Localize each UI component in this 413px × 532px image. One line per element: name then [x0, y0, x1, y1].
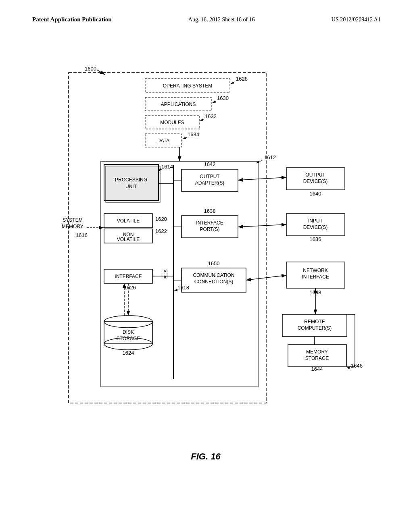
- ref-1614: 1614: [161, 164, 173, 170]
- svg-line-40: [238, 224, 286, 227]
- interface-ports-label2: PORT(S): [200, 227, 219, 232]
- ref-1612: 1612: [264, 154, 276, 160]
- disk-storage-label: DISK: [123, 329, 134, 335]
- remote-computer-label: REMOTE: [304, 319, 325, 324]
- modules-label: MODULES: [160, 120, 184, 125]
- memory-storage-label2: STORAGE: [305, 355, 329, 361]
- output-adapter-label2: ADAPTER(S): [195, 180, 225, 186]
- interface-label: INTERFACE: [115, 274, 142, 279]
- ref-1624: 1624: [123, 350, 134, 356]
- ref-1642: 1642: [204, 161, 216, 167]
- svg-line-11: [200, 119, 204, 121]
- data-label: DATA: [157, 138, 169, 143]
- communication-label: COMMUNICATION: [193, 272, 234, 278]
- ref-1622: 1622: [155, 228, 167, 234]
- ref-1638: 1638: [204, 208, 216, 214]
- processing-unit-label: PROCESSING: [115, 177, 147, 183]
- svg-line-9: [213, 101, 216, 103]
- remote-computer-label2: COMPUTER(S): [298, 325, 332, 331]
- svg-line-5: [256, 160, 262, 163]
- output-devices-label: OUTPUT: [305, 172, 325, 178]
- diagram-area: 1600 1612 OPERATING SYSTEM 1628 APPLICAT…: [24, 48, 389, 484]
- svg-line-13: [183, 137, 187, 139]
- ref-1600: 1600: [85, 66, 96, 72]
- ref-1646: 1646: [351, 363, 363, 369]
- header-center: Aug. 16, 2012 Sheet 16 of 16: [188, 17, 255, 23]
- non-volatile-label2: VOLATILE: [117, 237, 140, 242]
- volatile-label: VOLATILE: [117, 218, 140, 224]
- output-adapter-label: OUTPUT: [200, 174, 220, 179]
- patent-diagram: 1600 1612 OPERATING SYSTEM 1628 APPLICAT…: [24, 48, 387, 472]
- header: Patent Application Publication Aug. 16, …: [0, 16, 413, 23]
- disk-storage-label2: STORAGE: [117, 336, 140, 341]
- system-memory-label: SYSTEM: [63, 217, 82, 223]
- operating-system-label: OPERATING SYSTEM: [163, 83, 212, 89]
- input-devices-label: INPUT: [308, 218, 323, 224]
- processing-unit-label2: UNIT: [125, 184, 137, 189]
- svg-line-38: [238, 177, 286, 180]
- header-right: US 2012/0209412 A1: [332, 17, 381, 23]
- header-left: Patent Application Publication: [32, 16, 112, 23]
- interface-ports-label: INTERFACE: [196, 220, 223, 226]
- ref-1616: 1616: [76, 232, 88, 238]
- input-devices-label2: DEVICE(S): [303, 224, 328, 230]
- ref-1644: 1644: [311, 366, 323, 372]
- output-devices-label2: DEVICE(S): [303, 179, 328, 184]
- network-interface-label2: INTERFACE: [302, 274, 329, 280]
- system-memory-label2: MEMORY: [62, 224, 83, 229]
- ref-1640: 1640: [310, 191, 321, 197]
- svg-line-2: [97, 70, 105, 75]
- ref-1620: 1620: [155, 216, 167, 222]
- ref-1650: 1650: [208, 260, 220, 266]
- network-interface-label: NETWORK: [303, 268, 327, 273]
- ref-1628: 1628: [236, 76, 248, 82]
- applications-label: APPLICATIONS: [161, 102, 196, 107]
- ref-1630: 1630: [217, 95, 229, 101]
- ref-1636: 1636: [310, 236, 321, 242]
- svg-line-7: [231, 82, 235, 84]
- figure-label: FIG. 16: [191, 451, 221, 461]
- ref-1618: 1618: [177, 285, 189, 291]
- ref-1634: 1634: [188, 131, 199, 137]
- communication-label2: CONNECTION(S): [194, 279, 234, 285]
- ref-1626: 1626: [124, 285, 136, 291]
- bus-label: BUS: [163, 270, 168, 279]
- memory-storage-label: MEMORY: [306, 349, 328, 355]
- ref-1632: 1632: [205, 113, 217, 119]
